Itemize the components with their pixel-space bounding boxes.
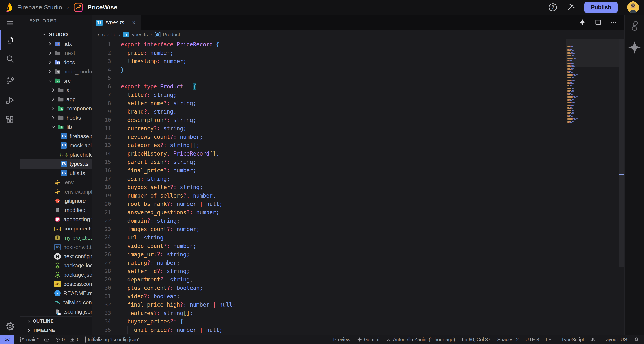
tree-item-postcss-config-mjs[interactable]: JSpostcss.config.mjs xyxy=(20,279,92,289)
status-init-status[interactable]: Initializing 'tsconfig.json' xyxy=(84,337,139,342)
code-line-26[interactable]: 26 image_url?: string; xyxy=(92,250,624,259)
code-line-4[interactable]: 4} xyxy=(92,66,624,74)
tree-item-lib[interactable]: lib xyxy=(20,122,92,132)
code-line-23[interactable]: 23 images_count?: number; xyxy=(92,225,624,233)
sparkle-icon[interactable] xyxy=(579,19,586,26)
remote-indicator[interactable]: >< xyxy=(0,335,14,344)
status-branch-status[interactable]: main* xyxy=(19,337,38,342)
menu-icon[interactable] xyxy=(0,16,20,30)
status-error-count[interactable]: 0 xyxy=(55,337,65,342)
avatar[interactable] xyxy=(627,2,639,13)
tree-item--idx[interactable]: .idx xyxy=(20,39,92,49)
code-line-9[interactable]: 9 brand?: string; xyxy=(92,108,624,116)
status-keyboard-layout[interactable]: Layout: US xyxy=(603,337,627,342)
code-line-15[interactable]: 15 parent_asin?: string; xyxy=(92,158,624,166)
magic-wand-icon[interactable] xyxy=(566,3,575,12)
status-indentation[interactable]: Spaces: 2 xyxy=(497,337,518,342)
tree-item-next-config-ts[interactable]: Nnext.config.ts xyxy=(20,252,92,261)
tree-item-mock-api-ts[interactable]: TSmock-api.ts xyxy=(20,141,92,150)
tree-item-src[interactable]: <>src xyxy=(20,76,92,85)
tree-item-my-project-t-[interactable]: my-project.t...U xyxy=(20,233,92,242)
status-language-mode[interactable]: TypeScript xyxy=(558,337,584,342)
tree-item-components[interactable]: components xyxy=(20,104,92,113)
run-debug-icon[interactable] xyxy=(0,93,20,107)
code-line-22[interactable]: 22 domain?: string; xyxy=(92,217,624,225)
tree-item-hooks[interactable]: hooks xyxy=(20,113,92,122)
project-title[interactable]: PriceWise xyxy=(88,4,118,11)
minimap[interactable] xyxy=(567,41,587,120)
code-line-11[interactable]: 11 currency?: string; xyxy=(92,124,624,133)
code-line-31[interactable]: 31 video?: boolean; xyxy=(92,292,624,300)
tab-types-ts[interactable]: TS types.ts ✕ xyxy=(92,15,141,30)
tree-item-studio[interactable]: STUDIO xyxy=(20,30,92,39)
code-line-30[interactable]: 30 plus_content?: boolean; xyxy=(92,284,624,292)
breadcrumb-item-product[interactable]: Product xyxy=(154,32,180,38)
explorer-icon[interactable] xyxy=(0,33,20,47)
breadcrumb-item-src[interactable]: src xyxy=(98,32,105,38)
help-icon[interactable]: ? xyxy=(549,3,557,11)
tree-item-types-ts[interactable]: TStypes.ts xyxy=(20,159,92,169)
tab-close-icon[interactable]: ✕ xyxy=(132,20,136,26)
status-encoding[interactable]: UTF-8 xyxy=(526,337,539,342)
code-line-27[interactable]: 27 rating?: number; xyxy=(92,259,624,267)
breadcrumb-item-types-ts[interactable]: TStypes.ts xyxy=(123,32,148,38)
tree-item-package-lock-json[interactable]: JSpackage-lock.json xyxy=(20,261,92,270)
code-line-34[interactable]: 34 buybox_prices?: { xyxy=(92,317,624,326)
search-icon[interactable] xyxy=(0,52,20,66)
code-line-13[interactable]: 13 categories?: string[]; xyxy=(92,141,624,149)
tree-item-docs[interactable]: docs xyxy=(20,58,92,67)
extensions-icon[interactable] xyxy=(0,113,20,126)
tree-item-node-modules[interactable]: node_modules xyxy=(20,67,92,76)
tree-item-apphosting-yaml[interactable]: apphosting.yaml xyxy=(20,215,92,224)
tree-item-components-json[interactable]: {…}components.json xyxy=(20,224,92,233)
code-line-25[interactable]: 25 video_count?: number; xyxy=(92,242,624,250)
code-line-7[interactable]: 7 title?: string; xyxy=(92,91,624,99)
source-control-icon[interactable] xyxy=(0,74,20,87)
tree-item-tailwind-config-ts[interactable]: tailwind.config.ts xyxy=(20,298,92,307)
status-cursor-position[interactable]: Ln 60, Col 37 xyxy=(462,337,490,342)
tree-item--gitignore[interactable]: .gitignore xyxy=(20,196,92,205)
code-line-28[interactable]: 28 seller_id?: string; xyxy=(92,267,624,275)
code-line-33[interactable]: 33 features?: string[]; xyxy=(92,309,624,317)
breadcrumb-item-lib[interactable]: lib xyxy=(111,32,116,38)
code-line-16[interactable]: 16 final_price?: number; xyxy=(92,166,624,175)
status-last-commit[interactable]: Antonello Zanini (1 hour ago) xyxy=(386,337,455,342)
tree-item-firebase-ts[interactable]: TSfirebase.ts xyxy=(20,132,92,141)
settings-gear-icon[interactable] xyxy=(0,320,20,333)
status-eol[interactable]: LF xyxy=(546,337,552,342)
code-line-14[interactable]: 14 priceHistory: PriceRecord[]; xyxy=(92,149,624,158)
code-line-18[interactable]: 18 buybox_seller?: string; xyxy=(92,183,624,191)
code-line-8[interactable]: 8 seller_name?: string; xyxy=(92,99,624,108)
code-line-2[interactable]: 2 price: number; xyxy=(92,49,624,57)
tree-item-placeholder-im-[interactable]: {…}placeholder-im... xyxy=(20,150,92,159)
code-editor[interactable]: 1export interface PriceRecord {2 price: … xyxy=(92,40,624,335)
timeline-section[interactable]: TIMELINE xyxy=(20,325,92,335)
tree-item-app[interactable]: app xyxy=(20,95,92,104)
editor-more-icon[interactable] xyxy=(610,19,617,26)
tree-item-package-json[interactable]: JSpackage.json xyxy=(20,270,92,279)
scrollbar-thumb[interactable] xyxy=(619,40,624,267)
gemini-star-icon[interactable] xyxy=(628,41,641,54)
tree-item--modified[interactable]: .modified xyxy=(20,205,92,215)
tree-item-utils-ts[interactable]: TSutils.ts xyxy=(20,169,92,178)
status-notifications[interactable] xyxy=(634,337,639,342)
tree-item-readme-md[interactable]: iREADME.md xyxy=(20,289,92,298)
code-line-20[interactable]: 20 root_bs_rank?: number | null; xyxy=(92,200,624,208)
code-line-10[interactable]: 10 description?: string; xyxy=(92,116,624,124)
prototyper-swirl-icon[interactable] xyxy=(629,20,640,32)
code-line-21[interactable]: 21 answered_questions?: number; xyxy=(92,208,624,217)
app-title[interactable]: Firebase Studio xyxy=(17,4,62,11)
code-line-12[interactable]: 12 reviews_count?: number; xyxy=(92,133,624,141)
code-line-19[interactable]: 19 number_of_sellers?: number; xyxy=(92,191,624,200)
code-line-35[interactable]: 35 unit_price?: number | null; xyxy=(92,326,624,334)
code-line-24[interactable]: 24 url: string; xyxy=(92,233,624,242)
status-preview[interactable]: Preview xyxy=(333,337,350,342)
editor-scrollbar[interactable] xyxy=(619,40,624,335)
tree-item--next[interactable]: .next xyxy=(20,49,92,58)
code-line-1[interactable]: 1export interface PriceRecord { xyxy=(92,40,624,49)
tree-item-tsconfig-json[interactable]: TStsconfig.json xyxy=(20,307,92,316)
publish-button[interactable]: Publish xyxy=(584,2,618,13)
status-warning-count[interactable]: 0 xyxy=(70,337,80,342)
code-line-5[interactable]: 5 xyxy=(92,74,624,82)
code-line-6[interactable]: 6export type Product = { xyxy=(92,82,624,91)
